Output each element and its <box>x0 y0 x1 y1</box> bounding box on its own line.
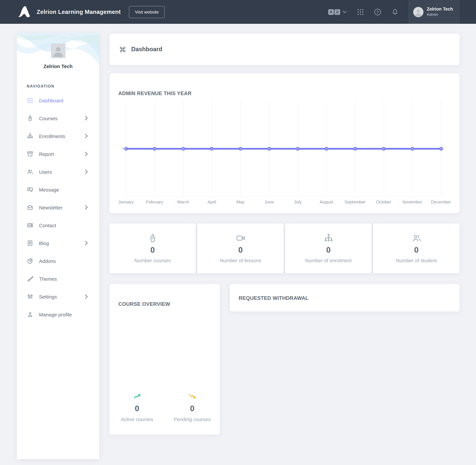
help-icon[interactable]: ? <box>374 8 381 16</box>
requested-withdrawal-card: REQUESTED WITHDRAWAL <box>230 284 459 311</box>
revenue-card-title: ADMIN REVENUE THIS YEAR <box>118 91 192 96</box>
active-courses-label: Active courses <box>121 416 153 422</box>
svg-text:?: ? <box>376 10 379 14</box>
sidebar-item-dashboard[interactable]: Dashboard <box>17 92 99 109</box>
sidebar-item-users[interactable]: Users <box>17 163 99 181</box>
stat-label: Number of enrolment <box>305 258 352 263</box>
stat-card-students: 0 Number of student <box>373 223 459 273</box>
apps-grid-icon[interactable] <box>357 8 364 15</box>
chevron-right-icon <box>85 152 88 156</box>
user-name: Zelrion Tech <box>427 6 453 12</box>
stat-label: Number of lessons <box>220 258 261 263</box>
language-latin-tile: A <box>328 9 334 15</box>
language-selector[interactable]: A <box>328 9 346 15</box>
active-courses-stat: 0 Active courses <box>110 393 165 422</box>
data-point-marker <box>296 147 300 150</box>
x-axis-label: June <box>265 200 274 204</box>
data-point-marker <box>439 147 443 150</box>
sidebar-profile: Zelrion Tech <box>17 33 99 69</box>
sidebar-item-enrollments[interactable]: Enrollments <box>17 127 99 145</box>
data-point-marker <box>210 147 214 150</box>
admin-revenue-card: ADMIN REVENUE THIS YEAR <box>110 73 459 213</box>
pie-chart-icon <box>27 258 33 264</box>
chevron-right-icon <box>85 205 88 210</box>
sidebar-item-report[interactable]: Report <box>17 145 99 163</box>
stat-label: Number courses <box>134 258 171 263</box>
lms-admin-dashboard: Zelrion Learning Management Visit websit… <box>0 0 476 465</box>
x-axis-labels: January February March April May June Ju… <box>126 200 441 206</box>
visit-website-button[interactable]: Visit website <box>129 6 165 18</box>
students-icon <box>411 233 421 243</box>
sidebar-item-message[interactable]: Message <box>17 181 99 199</box>
course-overview-card: COURSE OVERVIEW 0 Active courses 0 Pendi… <box>110 284 220 435</box>
sidebar-profile-name: Zelrion Tech <box>17 63 99 69</box>
revenue-line-chart <box>126 101 441 197</box>
sidebar-item-manage-profile[interactable]: Manage profile <box>17 306 99 323</box>
dashboard-grid-icon <box>27 97 33 104</box>
data-point-marker <box>153 147 156 150</box>
data-point-marker <box>353 147 357 150</box>
chevron-right-icon <box>85 241 88 245</box>
chevron-right-icon <box>85 116 88 121</box>
data-point-marker <box>410 147 414 150</box>
navbar-right: A ? <box>328 0 459 24</box>
pending-courses-value: 0 <box>190 405 195 412</box>
top-navbar: Zelrion Learning Management Visit websit… <box>0 0 476 24</box>
chevron-right-icon <box>85 294 88 299</box>
id-card-icon <box>27 222 33 229</box>
data-point-marker <box>267 147 271 150</box>
stat-card-lessons: 0 Number of lessons <box>197 223 284 273</box>
brand-title: Zelrion Learning Management <box>37 8 121 15</box>
x-axis-label: July <box>294 200 302 204</box>
pending-courses-stat: 0 Pending courses <box>165 393 220 422</box>
translate-cjk-glyph-icon <box>334 9 340 15</box>
x-axis-label: December <box>431 200 451 204</box>
sidebar: Zelrion Tech NAVIGATION Dashboard Course… <box>17 33 99 459</box>
paintbrush-icon <box>27 275 33 282</box>
x-axis-label: April <box>208 200 216 204</box>
sidebar-item-blog[interactable]: Blog <box>17 234 99 252</box>
stat-card-enrolment: 0 Number of enrolment <box>285 223 372 273</box>
sidebar-item-courses[interactable]: Courses <box>17 109 99 127</box>
chat-icon <box>27 186 33 193</box>
sidebar-item-newsletter[interactable]: Newsletter <box>17 199 99 216</box>
chevron-right-icon <box>85 134 88 138</box>
user-profile-menu[interactable]: Zelrion Tech Admin <box>409 0 459 24</box>
archive-icon <box>27 151 33 157</box>
sitemap-icon <box>323 233 333 243</box>
stat-value: 0 <box>326 246 331 254</box>
course-overview-stats: 0 Active courses 0 Pending courses <box>110 393 220 422</box>
chevron-down-icon <box>343 11 346 13</box>
data-point-marker <box>382 147 386 150</box>
x-axis-label: May <box>236 200 245 204</box>
notifications-bell-icon[interactable] <box>391 8 399 16</box>
chevron-right-icon <box>85 169 88 174</box>
sidebar-item-addons[interactable]: Addons <box>17 252 99 270</box>
data-point-marker <box>181 147 185 150</box>
sidebar-avatar <box>51 53 65 59</box>
basket-icon <box>148 233 157 243</box>
sidebar-item-settings[interactable]: Settings <box>17 288 99 306</box>
stat-card-courses: 0 Number courses <box>110 223 196 273</box>
x-axis-label: March <box>177 200 189 204</box>
user-avatar <box>413 7 423 17</box>
stat-value: 0 <box>414 246 419 254</box>
stat-value: 0 <box>150 246 155 254</box>
pending-courses-label: Pending courses <box>174 416 211 422</box>
active-courses-value: 0 <box>135 405 139 412</box>
x-axis-label: August <box>320 200 333 204</box>
page-header-card: Dashboard <box>110 34 459 65</box>
stat-label: Number of student <box>396 258 437 263</box>
sidebar-item-themes[interactable]: Themes <box>17 270 99 288</box>
stats-row: 0 Number courses 0 Number of lessons 0 N… <box>110 223 459 273</box>
sidebar-item-contact[interactable]: Contact <box>17 216 99 234</box>
command-icon <box>119 46 126 53</box>
page-title: Dashboard <box>131 46 162 53</box>
x-axis-label: February <box>146 200 163 204</box>
sitemap-icon <box>27 133 33 139</box>
mail-icon <box>27 204 33 211</box>
user-role: Admin <box>427 12 453 17</box>
data-point-marker <box>124 147 128 150</box>
x-axis-label: January <box>118 200 134 204</box>
person-icon <box>27 311 33 318</box>
